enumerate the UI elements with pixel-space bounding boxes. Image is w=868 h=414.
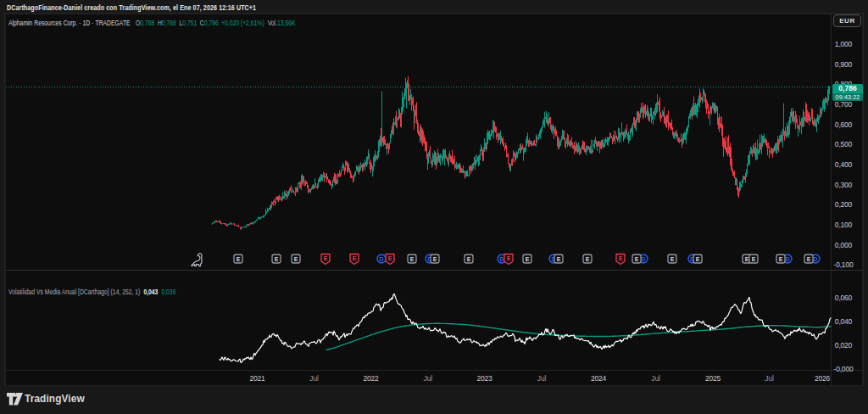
event-icon-earnings[interactable]: E [431,255,439,263]
earnings-badge-letter: E [526,256,530,262]
volume-value: 13,56K [277,19,296,27]
event-icon-earnings[interactable]: E [465,255,473,263]
earnings-badge-letter: E [670,256,675,262]
earnings-badge-letter: E [807,256,811,262]
volume-label: Vol. [268,19,277,27]
event-icon-earnings-red[interactable]: E [386,255,394,265]
indicator-params: (14, 252, 1) [109,288,141,296]
earnings-report-letter: E [619,255,623,261]
indicator-legend[interactable]: Volatilidad Vs Media Anual [DCarthago] (… [8,288,175,296]
last-price-badge: 0,786 09:43:22 [832,84,863,101]
event-icon-earnings[interactable]: E [776,255,785,263]
indicator-scale[interactable] [832,271,862,369]
event-icon-earnings[interactable]: E [272,255,281,263]
exchange: TRADEGATE [96,19,131,27]
earnings-report-letter: E [324,255,328,261]
event-icon-earnings[interactable]: E [408,255,416,263]
event-icon-earnings[interactable]: E [523,255,531,263]
earnings-badge-letter: E [779,256,783,262]
high-value: 0,788 [162,19,176,27]
earnings-report-letter: E [353,255,357,261]
page-title: DCarthagoFinance-Daniel creado con Tradi… [7,3,256,13]
earnings-badge-letter: E [745,256,749,262]
earnings-badge-letter: E [557,256,561,262]
price-scale[interactable] [832,29,862,270]
event-icon-earnings-red[interactable]: E [504,255,513,265]
event-icon-earnings[interactable]: E [804,255,813,263]
event-icon-earnings[interactable]: E [749,255,758,263]
dividend-letter: D [641,256,645,262]
event-icon-earnings[interactable]: E [668,255,676,263]
event-icon-earnings[interactable]: E [583,255,592,263]
event-icon-earnings[interactable]: E [292,255,300,263]
dividend-letter: D [813,256,817,262]
change-value: +0,020 (+2,61%) [221,19,264,27]
earnings-report-letter: E [507,255,511,261]
earnings-badge-letter: E [752,256,756,262]
footer-bar: TradingView [0,386,868,414]
event-icon-earnings[interactable]: E [554,255,563,263]
earnings-badge-letter: E [410,256,415,262]
open-value: 0,788 [140,19,154,27]
event-icon-dividend[interactable]: D [377,255,386,263]
timeframe: 1D [83,19,91,27]
event-icon-earnings[interactable]: E [234,255,242,263]
earnings-badge-letter: E [294,256,298,262]
chart-canvas: 1,0000,9000,8000,7000,6000,5000,4000,300… [0,0,868,414]
currency-button[interactable]: EUR [833,14,861,27]
dividend-letter: D [499,256,504,262]
event-icon-earnings[interactable]: E [693,255,702,263]
earnings-badge-letter: E [275,256,279,262]
event-icon-earnings-red[interactable]: E [350,255,359,265]
indicator-ma-value: 0,036 [161,288,175,296]
dividend-letter: D [379,256,383,262]
earnings-badge-letter: E [467,256,471,262]
symbol-name: Alphamin Resources Corp. [8,19,77,27]
last-price-value: 0,786 [832,84,863,93]
dividend-letter: D [785,256,789,262]
indicator-value: 0,043 [143,288,158,296]
tradingview-logo-icon[interactable] [7,393,23,407]
earnings-badge-letter: E [635,256,639,262]
indicator-title: Volatilidad Vs Media Anual [DCarthago] [8,288,109,296]
earnings-badge-letter: E [236,256,241,262]
earnings-badge-letter: E [433,256,437,262]
earnings-report-letter: E [388,255,392,261]
event-icon-earnings[interactable]: E [632,255,641,263]
main-series-legend[interactable]: Alphamin Resources Corp.-1D-TRADEGATEO0,… [8,19,296,27]
tradingview-brand[interactable]: TradingView [25,392,85,405]
close-value: 0,786 [204,19,219,27]
time-scale[interactable] [5,371,831,386]
low-value: 0,751 [182,19,197,27]
earnings-badge-letter: E [696,256,700,262]
event-icon-earnings-red[interactable]: E [616,255,625,265]
earnings-badge-letter: E [586,256,590,262]
bar-countdown: 09:43:22 [832,93,863,101]
event-icon-earnings-red[interactable]: E [321,255,330,265]
